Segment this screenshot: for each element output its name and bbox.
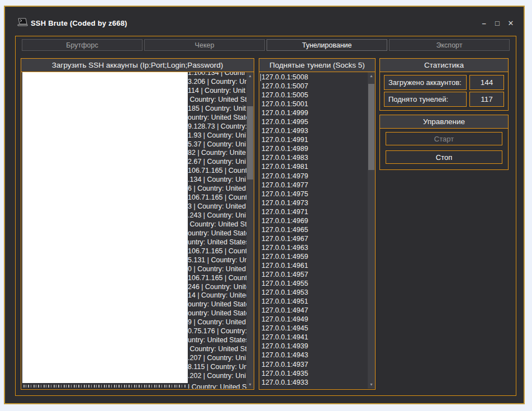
- list-item[interactable]: 9.128.73 | Country:: [188, 122, 246, 131]
- list-item[interactable]: 127.0.0.1:4991: [262, 135, 367, 144]
- list-item[interactable]: 2.67 | Country: Uni: [188, 158, 246, 167]
- accounts-group-title: Загрузить SSH аккаунты (Ip:Port;Login;Pa…: [21, 59, 254, 72]
- accounts-list: 1.100.134 | Counti3.206 | Country: Un114…: [188, 72, 246, 381]
- list-item[interactable]: 127.0.0.1:4943: [262, 351, 367, 360]
- list-item[interactable]: 0.75.176 | Country: U: [188, 327, 246, 336]
- list-item[interactable]: 3.206 | Country: Un: [188, 78, 246, 87]
- list-item[interactable]: Country: United St: [188, 345, 246, 354]
- list-item[interactable]: .207 | Country: Uni: [188, 354, 246, 363]
- tunnels-scrollbar[interactable]: ▲ ▼: [368, 72, 375, 389]
- stat-row-tunnels: Поднято тунелей: 117: [384, 92, 504, 107]
- list-item[interactable]: 6 | Country: United: [188, 185, 246, 193]
- list-item[interactable]: .202 | Country: Uni: [188, 372, 246, 381]
- list-item[interactable]: 3 | Country: United: [188, 202, 246, 211]
- list-item[interactable]: 127.0.0.1:4967: [262, 234, 367, 243]
- list-item[interactable]: 9 | Country: United: [188, 318, 246, 327]
- white-overlay: [22, 72, 188, 383]
- close-icon[interactable]: ✕: [507, 19, 515, 28]
- list-item[interactable]: ountry: United State: [188, 114, 246, 122]
- list-item[interactable]: .243 | Country: Uni: [188, 211, 246, 220]
- list-item[interactable]: Country: United St: [188, 96, 246, 105]
- list-item[interactable]: 114 | Country: Unit: [188, 87, 246, 96]
- list-item[interactable]: 106.71.165 | Countr: [188, 167, 246, 176]
- list-item[interactable]: 127.0.0.1:4983: [262, 153, 367, 162]
- list-item[interactable]: 106.71.165 | Countr: [188, 247, 246, 256]
- tunnels-list: 127.0.0.1:5008127.0.0.1:5007127.0.0.1:50…: [262, 73, 367, 387]
- titlebar[interactable]: SSH Brute (Coded by z668) – □ ✕: [5, 7, 524, 36]
- tunnels-scrollbar-thumb[interactable]: [368, 84, 374, 170]
- list-item[interactable]: 8.115 | Country: Uni: [188, 363, 246, 372]
- list-item[interactable]: 5.131 | Country: Uni: [188, 256, 246, 265]
- list-item[interactable]: 127.0.0.1:4955: [262, 279, 367, 288]
- scroll-up-icon[interactable]: ▲: [368, 73, 375, 79]
- list-item[interactable]: 127.0.0.1:4961: [262, 261, 367, 270]
- accounts-listbox[interactable]: 1.100.134 | Counti3.206 | Country: Un114…: [21, 72, 254, 389]
- list-item[interactable]: 127.0.0.1:4963: [262, 243, 367, 252]
- list-item[interactable]: 127.0.0.1:4975: [262, 190, 367, 199]
- list-item[interactable]: 0 | Country: United: [188, 265, 246, 274]
- list-item[interactable]: untry: United States: [188, 336, 246, 345]
- list-item[interactable]: 1.93 | Country: Uni: [188, 131, 246, 140]
- list-item[interactable]: 127.0.0.1:4979: [262, 172, 367, 181]
- list-item[interactable]: 127.0.0.1:4945: [262, 324, 367, 333]
- list-item[interactable]: 127.0.0.1:4949: [262, 315, 367, 324]
- tab-export[interactable]: Экспорт: [389, 39, 510, 51]
- list-item[interactable]: 127.0.0.1:4993: [262, 126, 367, 135]
- tab-tunneling[interactable]: Тунелирование: [267, 39, 387, 51]
- accounts-scrollbar[interactable]: ▲ ▼: [246, 72, 254, 389]
- list-item[interactable]: 127.0.0.1:5001: [262, 100, 367, 108]
- list-item[interactable]: 127.0.0.1:4941: [262, 333, 367, 342]
- minimize-icon[interactable]: –: [480, 19, 488, 28]
- list-item[interactable]: 14 | Country: United: [188, 291, 246, 300]
- list-item[interactable]: 127.0.0.1:4973: [262, 199, 367, 207]
- list-item[interactable]: 127.0.0.1:5007: [262, 82, 367, 91]
- list-item[interactable]: 185 | Country: Unit: [188, 105, 246, 114]
- list-item[interactable]: 106.71.165 | Countr: [188, 274, 246, 283]
- window-title: SSH Brute (Coded by z668): [31, 19, 127, 27]
- list-item[interactable]: .134 | Country: Uni: [188, 176, 246, 185]
- stats-group-title: Статистика: [380, 59, 508, 72]
- list-item[interactable]: 127.0.0.1:4933: [262, 378, 367, 387]
- list-item[interactable]: 127.0.0.1:4937: [262, 360, 367, 369]
- list-item[interactable]: 127.0.0.1:4957: [262, 270, 367, 279]
- list-item[interactable]: ountry: United State: [188, 229, 246, 238]
- list-item[interactable]: ountry: United State: [188, 300, 246, 309]
- tunnels-listbox[interactable]: 127.0.0.1:5008127.0.0.1:5007127.0.0.1:50…: [259, 72, 375, 389]
- list-item[interactable]: 1.100.134 | Counti: [188, 72, 246, 78]
- list-item[interactable]: 127.0.0.1:4981: [262, 162, 367, 171]
- list-item[interactable]: 127.0.0.1:5008: [262, 73, 367, 82]
- list-item[interactable]: untry: United States: [188, 238, 246, 247]
- start-button[interactable]: Старт: [386, 132, 502, 145]
- clipped-fragment: | Country: United S: [188, 383, 246, 389]
- list-item[interactable]: 127.0.0.1:4977: [262, 181, 367, 190]
- list-item[interactable]: 127.0.0.1:4947: [262, 306, 367, 315]
- list-item[interactable]: ountry: United State: [188, 309, 246, 318]
- scroll-down-icon[interactable]: ▼: [368, 381, 375, 388]
- tab-checker[interactable]: Чекер: [144, 39, 265, 51]
- list-item[interactable]: 127.0.0.1:4959: [262, 252, 367, 261]
- list-item[interactable]: 127.0.0.1:4953: [262, 288, 367, 297]
- list-item[interactable]: 106.71.165 | Countr: [188, 193, 246, 202]
- list-item[interactable]: 127.0.0.1:4939: [262, 342, 367, 351]
- list-item[interactable]: 127.0.0.1:4989: [262, 144, 367, 153]
- list-item[interactable]: 127.0.0.1:4965: [262, 225, 367, 234]
- list-item[interactable]: 127.0.0.1:5005: [262, 91, 367, 100]
- accounts-scrollbar-thumb[interactable]: [247, 106, 253, 179]
- scroll-up-icon[interactable]: ▲: [246, 73, 254, 79]
- maximize-icon[interactable]: □: [493, 19, 501, 28]
- list-item[interactable]: 246 | Country: Unite: [188, 283, 246, 292]
- list-item[interactable]: 82 | Country: Unite: [188, 149, 246, 158]
- tab-bruteforce[interactable]: Брутфорс: [22, 39, 142, 51]
- list-item[interactable]: 127.0.0.1:4935: [262, 369, 367, 378]
- scroll-down-icon[interactable]: ▼: [246, 381, 254, 388]
- list-item[interactable]: Country: United St: [188, 220, 246, 229]
- list-item[interactable]: 5.37 | Country: Uni: [188, 140, 246, 149]
- stop-button[interactable]: Стоп: [386, 150, 502, 164]
- list-item[interactable]: 127.0.0.1:4995: [262, 117, 367, 126]
- list-item[interactable]: 127.0.0.1:4951: [262, 297, 367, 306]
- stat-row-loaded: Загружено аккаунтов: 144: [384, 75, 504, 90]
- list-item[interactable]: 127.0.0.1:4999: [262, 108, 367, 117]
- list-item[interactable]: 127.0.0.1:4971: [262, 207, 367, 216]
- list-item[interactable]: 127.0.0.1:4969: [262, 216, 367, 225]
- desktop-background: { "window": { "title": "SSH Brute (Coded…: [0, 0, 532, 411]
